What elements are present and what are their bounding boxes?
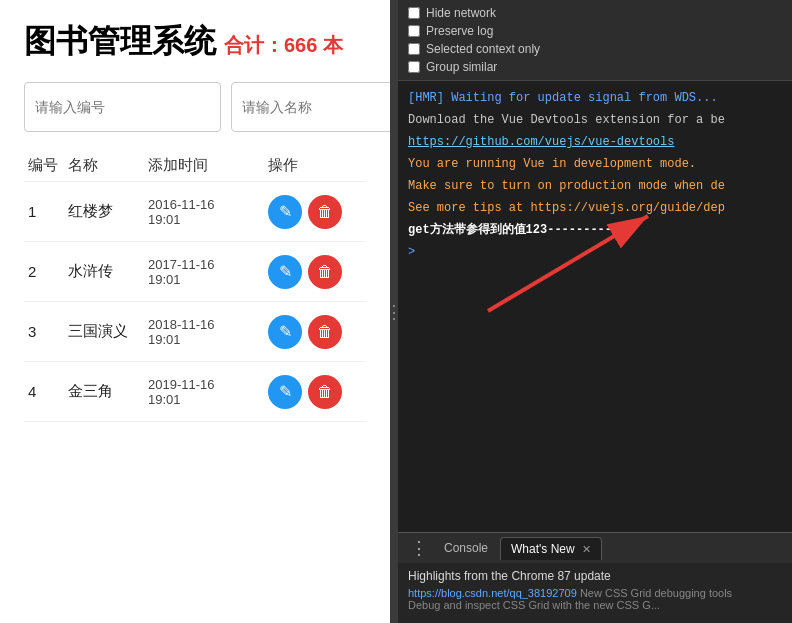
delete-button[interactable]: 🗑: [308, 195, 342, 229]
book-name: 三国演义: [68, 322, 148, 341]
col-name: 名称: [68, 156, 148, 175]
table-row: 4 金三角 2019-11-16 19:01 ✎ 🗑: [24, 362, 366, 422]
count-badge: 合计：666 本: [224, 34, 343, 56]
book-id: 4: [28, 383, 68, 400]
book-id: 3: [28, 323, 68, 340]
console-line: [HMR] Waiting for update signal from WDS…: [408, 87, 782, 109]
console-line: Download the Vue Devtools extension for …: [408, 109, 782, 131]
edit-button[interactable]: ✎: [268, 195, 302, 229]
book-actions: ✎ 🗑: [268, 195, 368, 229]
tabs-bar: ⋮ Console What's New ✕: [398, 533, 792, 563]
id-input[interactable]: [24, 82, 221, 132]
book-actions: ✎ 🗑: [268, 375, 368, 409]
book-time: 2016-11-16 19:01: [148, 197, 268, 227]
checkbox-preserve-log-input[interactable]: [408, 25, 420, 37]
book-id: 1: [28, 203, 68, 220]
table-row: 1 红楼梦 2016-11-16 19:01 ✎ 🗑: [24, 182, 366, 242]
devtools-footer: Highlights from the Chrome 87 update htt…: [398, 563, 792, 623]
checkbox-group-similar-label: Group similar: [426, 60, 497, 74]
edit-button[interactable]: ✎: [268, 315, 302, 349]
panel-divider[interactable]: [390, 0, 398, 623]
book-actions: ✎ 🗑: [268, 255, 368, 289]
book-list: 1 红楼梦 2016-11-16 19:01 ✎ 🗑 2 水浒传 2017-11…: [24, 182, 366, 422]
col-id: 编号: [28, 156, 68, 175]
checkbox-selected-context-label: Selected context only: [426, 42, 540, 56]
tab-whats-new-close[interactable]: ✕: [582, 543, 591, 555]
checkbox-selected-context-input[interactable]: [408, 43, 420, 55]
delete-button[interactable]: 🗑: [308, 255, 342, 289]
console-line: Make sure to turn on production mode whe…: [408, 175, 782, 197]
footer-line-0: https://blog.csdn.net/qq_38192709 New CS…: [408, 587, 782, 599]
tab-whats-new[interactable]: What's New ✕: [500, 537, 602, 560]
console-line: See more tips at https://vuejs.org/guide…: [408, 197, 782, 219]
tabs-overflow[interactable]: ⋮: [406, 537, 432, 559]
book-time: 2019-11-16 19:01: [148, 377, 268, 407]
devtools-toolbar: Hide network Preserve log Selected conte…: [398, 0, 792, 81]
book-actions: ✎ 🗑: [268, 315, 368, 349]
edit-button[interactable]: ✎: [268, 375, 302, 409]
checkbox-selected-context[interactable]: Selected context only: [408, 42, 782, 56]
checkbox-preserve-log[interactable]: Preserve log: [408, 24, 782, 38]
table-header: 编号 名称 添加时间 操作: [24, 150, 366, 182]
app-title: 图书管理系统合计：666 本: [24, 20, 366, 64]
book-name: 红楼梦: [68, 202, 148, 221]
footer-title: Highlights from the Chrome 87 update: [408, 569, 782, 583]
console-line: >: [408, 241, 782, 263]
footer-line-1: Debug and inspect CSS Grid with the new …: [408, 599, 782, 611]
col-action: 操作: [268, 156, 368, 175]
book-name: 金三角: [68, 382, 148, 401]
table-row: 2 水浒传 2017-11-16 19:01 ✎ 🗑: [24, 242, 366, 302]
edit-button[interactable]: ✎: [268, 255, 302, 289]
tab-console[interactable]: Console: [434, 537, 498, 559]
checkbox-group-similar[interactable]: Group similar: [408, 60, 782, 74]
title-text: 图书管理系统: [24, 23, 216, 59]
console-line: get方法带参得到的值123---------fj: [408, 219, 782, 241]
book-name: 水浒传: [68, 262, 148, 281]
col-time: 添加时间: [148, 156, 268, 175]
console-line: https://github.com/vuejs/vue-devtools: [408, 131, 782, 153]
book-id: 2: [28, 263, 68, 280]
delete-button[interactable]: 🗑: [308, 315, 342, 349]
checkbox-group-similar-input[interactable]: [408, 61, 420, 73]
console-line: You are running Vue in development mode.: [408, 153, 782, 175]
devtools-panel: Hide network Preserve log Selected conte…: [398, 0, 792, 623]
checkbox-preserve-log-label: Preserve log: [426, 24, 493, 38]
table-row: 3 三国演义 2018-11-16 19:01 ✎ 🗑: [24, 302, 366, 362]
devtools-bottom: ⋮ Console What's New ✕ Highlights from t…: [398, 532, 792, 623]
book-time: 2017-11-16 19:01: [148, 257, 268, 287]
delete-button[interactable]: 🗑: [308, 375, 342, 409]
checkbox-hide-network-label: Hide network: [426, 6, 496, 20]
console-output[interactable]: [HMR] Waiting for update signal from WDS…: [398, 81, 792, 532]
book-time: 2018-11-16 19:01: [148, 317, 268, 347]
input-row: 提交: [24, 82, 366, 132]
checkbox-hide-network[interactable]: Hide network: [408, 6, 782, 20]
checkbox-hide-network-input[interactable]: [408, 7, 420, 19]
app-panel: 图书管理系统合计：666 本 提交 编号 名称 添加时间 操作 1 红楼梦 20…: [0, 0, 390, 623]
